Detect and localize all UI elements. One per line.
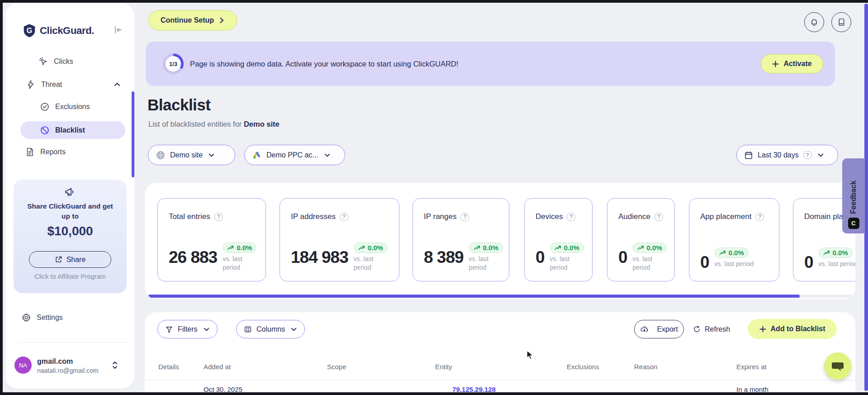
sidebar: G ClickGuard. Clicks Threat	[5, 4, 134, 388]
column-header-expires-at[interactable]: Expires at	[736, 363, 767, 371]
stats-horizontal-scrollbar[interactable]	[148, 295, 852, 298]
stat-value: 8 389	[424, 248, 464, 267]
chevron-down-icon	[817, 152, 824, 158]
document-icon	[25, 147, 35, 157]
activate-button[interactable]: Activate	[761, 54, 823, 73]
trend-badge: 0.0%	[223, 243, 256, 253]
sidebar-item-label: Clicks	[54, 57, 73, 66]
help-icon[interactable]	[214, 213, 223, 221]
refresh-label: Refresh	[705, 325, 730, 333]
column-header-entity[interactable]: Entity	[435, 363, 452, 371]
calendar-icon	[744, 151, 753, 160]
stat-value: 0	[804, 253, 813, 272]
trend-up-icon	[227, 245, 234, 251]
sidebar-item-threat[interactable]: Threat	[26, 77, 121, 92]
sidebar-scrollbar[interactable]	[132, 91, 134, 177]
help-icon[interactable]	[655, 213, 663, 221]
cloud-download-icon	[640, 325, 649, 333]
page-title: Blacklist	[147, 96, 210, 114]
setup-progress-ring: 1/3	[163, 53, 184, 74]
column-header-details[interactable]: Details	[158, 363, 179, 371]
help-icon[interactable]	[567, 213, 575, 221]
promo-text: Share ClickGuard and get up to	[23, 201, 118, 222]
chevron-up-icon[interactable]	[114, 81, 121, 88]
sidebar-item-settings[interactable]: Settings	[21, 310, 63, 325]
window-frame-left	[0, 0, 3, 395]
stat-label: IP addresses	[291, 212, 336, 221]
export-label: Export	[657, 325, 678, 333]
column-header-added-at[interactable]: Added at	[204, 363, 231, 371]
add-to-blacklist-button[interactable]: Add to Blacklist	[748, 319, 837, 339]
trend-badge: 0.0%	[354, 243, 388, 253]
share-button[interactable]: Share	[29, 251, 111, 268]
chevron-down-icon	[208, 152, 215, 158]
continue-setup-button[interactable]: Continue Setup	[148, 10, 237, 30]
vs-last-period-label: vs. last period	[633, 255, 665, 272]
column-header-reason[interactable]: Reason	[634, 363, 658, 371]
vs-last-period-label: vs. last period	[715, 260, 754, 268]
site-selector[interactable]: Demo site	[148, 145, 235, 165]
account-switcher-icon[interactable]	[111, 360, 119, 370]
logo: G ClickGuard.	[23, 24, 94, 38]
sidebar-item-label: Exclusions	[55, 103, 90, 111]
trend-value: 0.0%	[729, 249, 744, 257]
date-range-selector[interactable]: Last 30 days	[736, 145, 838, 165]
columns-dropdown[interactable]: Columns	[236, 320, 305, 338]
feedback-tab[interactable]: Feedback C	[842, 158, 865, 233]
promo-amount: $10,000	[14, 224, 127, 238]
stat-label: Devices	[536, 212, 563, 221]
ppc-account-selector[interactable]: Demo PPC ac...	[244, 145, 345, 165]
ppc-account-label: Demo PPC ac...	[266, 151, 318, 159]
filters-dropdown[interactable]: Filters	[157, 320, 218, 338]
affiliate-promo-card[interactable]: Share ClickGuard and get up to $10,000 S…	[14, 180, 127, 293]
help-icon[interactable]	[460, 213, 469, 221]
column-header-scope[interactable]: Scope	[327, 363, 346, 371]
scrollbar-thumb[interactable]	[148, 295, 800, 298]
sidebar-item-label: Threat	[41, 81, 62, 89]
stat-value: 184 983	[291, 248, 348, 267]
trend-up-icon	[474, 245, 480, 251]
avatar[interactable]: NA	[14, 357, 32, 374]
docs-button[interactable]	[831, 12, 851, 32]
share-button-label: Share	[66, 256, 86, 264]
trend-badge: 0.0%	[633, 243, 667, 253]
account-email: naatali.ro@gmail.com	[37, 367, 99, 374]
columns-label: Columns	[256, 325, 285, 333]
plus-icon	[759, 326, 766, 333]
demo-data-banner: 1/3 Page is showing demo data. Activate …	[146, 42, 835, 86]
notifications-button[interactable]	[804, 12, 824, 32]
lightning-icon	[26, 80, 36, 90]
sidebar-item-exclusions[interactable]: Exclusions	[40, 100, 90, 114]
chevron-down-icon	[290, 326, 297, 333]
chat-launcher-button[interactable]	[824, 352, 851, 380]
sidebar-item-reports[interactable]: Reports	[25, 145, 66, 159]
stat-value: 26 883	[169, 248, 217, 267]
filter-funnel-icon	[165, 325, 173, 333]
vs-last-period-label: vs. last period	[469, 255, 500, 272]
sidebar-collapse-icon[interactable]	[113, 25, 123, 35]
trend-badge: 0.0%	[715, 247, 749, 258]
export-button[interactable]: Export	[634, 320, 684, 338]
continue-setup-label: Continue Setup	[161, 16, 214, 24]
plus-icon	[772, 61, 779, 67]
stat-value: 0	[536, 248, 545, 267]
help-icon[interactable]	[755, 213, 764, 221]
google-ads-icon	[252, 150, 262, 160]
sidebar-item-clicks[interactable]: Clicks	[38, 54, 73, 69]
column-header-exclusions[interactable]: Exclusions	[567, 363, 599, 371]
sidebar-item-blacklist[interactable]: Blacklist	[20, 121, 125, 139]
external-link-icon	[55, 256, 62, 263]
help-icon[interactable]	[340, 213, 348, 221]
trend-value: 0.0%	[368, 244, 383, 252]
stat-card-devices: Devices 0 0.0% vs. last period	[524, 198, 593, 281]
filters-label: Filters	[178, 325, 198, 333]
help-icon[interactable]	[803, 151, 812, 159]
feedback-label: Feedback	[849, 181, 858, 214]
stat-card-audience: Audience 0 0.0% vs. last period	[607, 198, 675, 281]
refresh-button[interactable]: Refresh	[693, 320, 730, 338]
chevron-right-icon	[218, 17, 225, 24]
activate-label: Activate	[783, 60, 811, 68]
sidebar-item-label: Blacklist	[55, 126, 85, 134]
globe-icon	[156, 150, 166, 160]
window-scrollbar[interactable]	[864, 4, 868, 391]
